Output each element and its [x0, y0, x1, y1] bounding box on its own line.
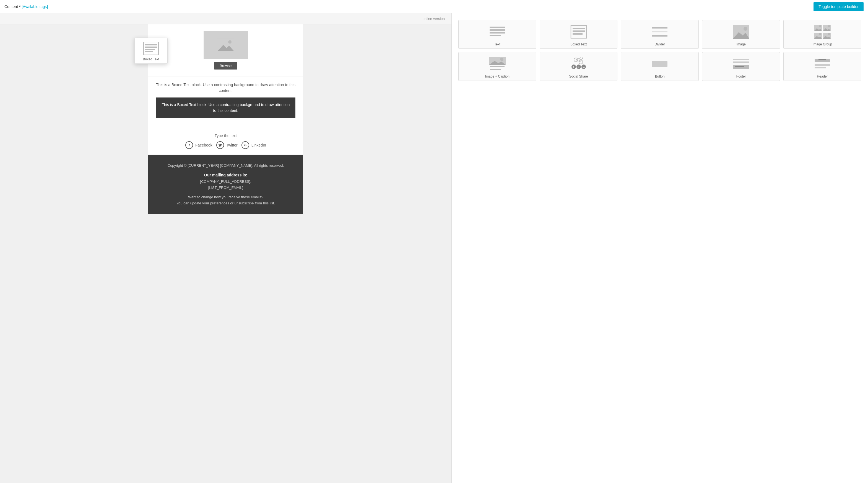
svg-point-21 — [744, 27, 747, 31]
svg-rect-52 — [735, 66, 744, 67]
linkedin-icon[interactable]: in — [242, 141, 249, 149]
image-placeholder — [204, 31, 248, 59]
image-group-card-icon — [813, 24, 832, 40]
floating-boxed-text-card[interactable]: Boxed Text — [134, 38, 167, 64]
header-card-label: Header — [786, 75, 859, 78]
social-type-text: Type the text — [156, 134, 296, 138]
svg-rect-3 — [144, 42, 158, 55]
svg-rect-50 — [733, 61, 749, 63]
content-label: Content * — [4, 4, 21, 9]
divider-card-icon — [650, 24, 670, 40]
image-card-label: Image — [705, 42, 778, 46]
image-block: Browse — [148, 24, 303, 77]
svg-rect-11 — [490, 35, 501, 36]
svg-rect-49 — [733, 59, 749, 60]
svg-rect-38 — [490, 69, 501, 70]
template-card-image-group[interactable]: Image Group — [783, 20, 861, 49]
top-bar: Content * [Available tags] Toggle templa… — [0, 0, 868, 13]
svg-rect-48 — [652, 61, 668, 67]
template-card-boxed-text[interactable]: Boxed Text — [540, 20, 618, 49]
online-version-bar: online version — [0, 13, 452, 24]
svg-rect-8 — [490, 27, 505, 28]
svg-rect-7 — [145, 51, 153, 52]
svg-text:in: in — [583, 66, 585, 68]
image-caption-card-label: Image + Caption — [461, 75, 534, 78]
social-block: Type the text f Facebook Twitter in Link… — [148, 128, 303, 155]
twitter-label: Twitter — [226, 143, 238, 147]
svg-rect-4 — [145, 44, 157, 46]
twitter-icon[interactable] — [216, 141, 224, 149]
text-card-icon — [488, 24, 507, 40]
svg-rect-18 — [652, 35, 668, 36]
email-preview-wrapper: online version Browse — [0, 13, 452, 214]
footer-unsubscribe-text: You can update your preferences or unsub… — [156, 200, 296, 206]
email-body: Browse This is a Boxed Text block. Use a… — [148, 24, 303, 214]
text-card-label: Text — [461, 42, 534, 46]
header-card-icon — [813, 56, 832, 72]
boxed-text-dark: This is a Boxed Text block. Use a contra… — [156, 97, 296, 118]
social-share-card-icon: f t in — [569, 56, 588, 72]
svg-point-27 — [828, 25, 830, 27]
available-tags-link[interactable]: [Available tags] — [22, 4, 48, 9]
image-card-icon — [731, 24, 751, 40]
svg-rect-15 — [572, 33, 583, 35]
footer-address: [COMPANY_FULL_ADDRESS], — [156, 179, 296, 185]
svg-rect-54 — [818, 59, 826, 60]
browse-button[interactable]: Browse — [214, 62, 237, 69]
image-placeholder-icon — [217, 36, 234, 53]
template-card-image-caption[interactable]: Image + Caption — [458, 52, 536, 81]
template-card-divider[interactable]: Divider — [621, 20, 699, 49]
svg-point-2 — [228, 40, 231, 44]
svg-point-33 — [828, 33, 830, 35]
svg-rect-13 — [572, 28, 585, 29]
footer-card-icon — [731, 56, 751, 72]
top-bar-left: Content * [Available tags] — [4, 4, 48, 9]
svg-rect-6 — [145, 49, 155, 50]
social-share-card-label: Social Share — [542, 75, 615, 78]
svg-rect-10 — [490, 32, 505, 33]
facebook-label: Facebook — [195, 143, 212, 147]
online-version-text: online version — [423, 17, 445, 21]
email-footer: Copyright © [CURRENT_YEAR] [COMPANY_NAME… — [148, 155, 303, 214]
toggle-template-builder-button[interactable]: Toggle template builder — [813, 2, 864, 11]
main-layout: online version Browse — [0, 13, 868, 483]
template-card-footer[interactable]: Footer — [702, 52, 780, 81]
svg-point-36 — [500, 58, 503, 61]
template-card-image[interactable]: Image — [702, 20, 780, 49]
svg-rect-56 — [815, 67, 826, 68]
floating-card-label: Boxed Text — [137, 57, 165, 61]
email-preview: online version Browse — [0, 13, 452, 483]
template-grid: Text Boxed Text — [456, 18, 864, 83]
button-card-icon — [650, 56, 670, 72]
linkedin-label: LinkedIn — [251, 143, 266, 147]
social-links: f Facebook Twitter in LinkedIn — [156, 141, 296, 149]
facebook-icon[interactable]: f — [185, 141, 193, 149]
divider-line — [156, 122, 296, 122]
footer-card-label: Footer — [705, 75, 778, 78]
boxed-text-card-label: Boxed Text — [542, 42, 615, 46]
footer-mailing-label: Our mailing address is: — [156, 172, 296, 179]
svg-rect-5 — [145, 47, 157, 48]
template-card-button[interactable]: Button — [621, 52, 699, 81]
button-card-label: Button — [623, 75, 696, 78]
footer-email: [LIST_FROM_EMAIL] — [156, 185, 296, 191]
floating-card-icon — [143, 41, 159, 56]
image-group-card-label: Image Group — [786, 42, 859, 46]
svg-rect-37 — [490, 66, 504, 67]
template-card-social-share[interactable]: f t in Social Share — [540, 52, 618, 81]
boxed-text-block: This is a Boxed Text block. Use a contra… — [148, 77, 303, 128]
image-caption-card-icon — [488, 56, 507, 72]
divider-card-label: Divider — [623, 42, 696, 46]
svg-point-24 — [819, 25, 821, 27]
svg-rect-16 — [652, 27, 668, 29]
svg-point-30 — [819, 33, 821, 35]
template-panel: Text Boxed Text — [452, 13, 868, 483]
template-card-header[interactable]: Header — [783, 52, 861, 81]
svg-rect-14 — [572, 30, 585, 32]
template-card-text[interactable]: Text — [458, 20, 536, 49]
svg-rect-9 — [490, 29, 505, 31]
footer-change-text: Want to change how you receive these ema… — [156, 194, 296, 200]
svg-rect-55 — [815, 64, 830, 66]
boxed-text-card-icon — [569, 24, 588, 40]
boxed-text-light: This is a Boxed Text block. Use a contra… — [156, 82, 296, 94]
